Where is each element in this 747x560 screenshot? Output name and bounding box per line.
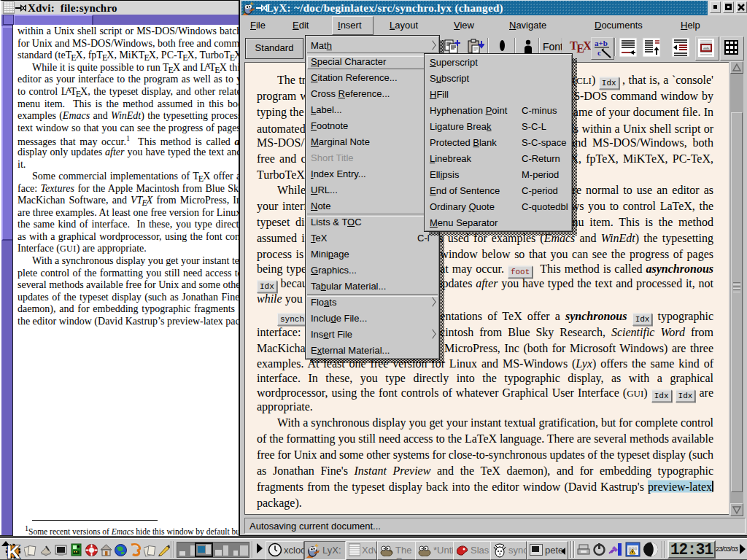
svg-text:K: K: [7, 541, 20, 559]
svg-text:a+b: a+b: [595, 39, 608, 47]
svg-text:c: c: [597, 48, 601, 57]
